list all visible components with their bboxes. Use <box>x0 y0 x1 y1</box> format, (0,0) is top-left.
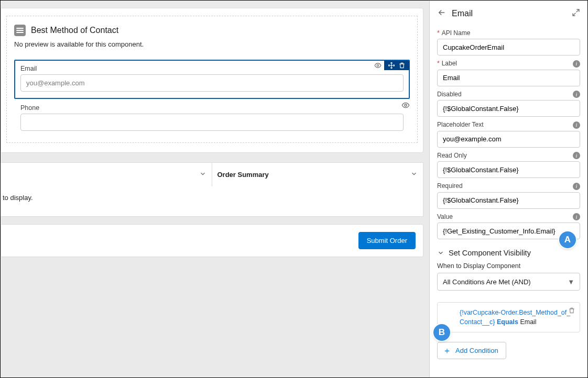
api-name-label: API Name <box>442 29 471 37</box>
delete-condition-icon[interactable] <box>568 307 575 317</box>
contact-section: Best Method of Contact No preview is ava… <box>6 16 418 143</box>
readonly-input[interactable] <box>437 161 580 178</box>
disabled-input[interactable] <box>437 100 580 117</box>
move-icon[interactable] <box>386 62 397 69</box>
summary-row: Order Summary <box>1 162 423 186</box>
placeholder-input[interactable] <box>437 131 580 148</box>
condition-card[interactable]: {!varCupcake-Order.Best_Method_of_Contac… <box>437 302 580 332</box>
canvas-area: Best Method of Contact No preview is ava… <box>1 1 429 377</box>
caret-down-icon: ▼ <box>568 278 574 286</box>
condition-operator: Equals <box>497 318 518 326</box>
screen-card: Best Method of Contact No preview is ava… <box>1 8 423 153</box>
email-label: Email <box>20 65 404 72</box>
value-input[interactable] <box>437 223 580 239</box>
svg-point-2 <box>405 104 407 106</box>
phone-input[interactable] <box>20 114 404 131</box>
list-icon <box>14 25 26 36</box>
info-icon[interactable]: i <box>573 182 580 190</box>
chevron-down-icon <box>199 170 206 179</box>
readonly-label: Read Only <box>437 152 467 159</box>
annotation-b: B <box>433 324 450 341</box>
phone-component[interactable]: Phone <box>14 99 410 131</box>
when-select[interactable]: All Conditions Are Met (AND) ▼ <box>437 273 580 291</box>
condition-value: Email <box>520 318 536 326</box>
no-preview-text: No preview is available for this compone… <box>14 40 410 48</box>
value-label: Value <box>437 213 453 220</box>
api-name-input[interactable] <box>437 39 580 55</box>
properties-panel: Email *API Name *Labeli Disabledi Placeh… <box>429 1 587 377</box>
visibility-eye-icon[interactable] <box>401 101 410 111</box>
info-icon[interactable]: i <box>573 152 580 160</box>
add-condition-label: Add Condition <box>455 347 498 354</box>
email-component[interactable]: Email <box>14 60 410 99</box>
label-field-label: Label <box>442 60 457 67</box>
footer-bar: Submit Order <box>1 224 423 257</box>
info-icon[interactable]: i <box>573 60 580 68</box>
visibility-heading: Set Component Visibility <box>449 249 531 257</box>
expand-icon[interactable] <box>572 8 580 18</box>
info-icon[interactable]: i <box>573 91 580 98</box>
required-label: Required <box>437 182 463 190</box>
svg-point-1 <box>377 64 379 66</box>
visibility-section-header[interactable]: Set Component Visibility <box>437 249 580 257</box>
chevron-down-icon <box>410 170 418 179</box>
panel-title: Email <box>452 9 567 18</box>
visibility-eye-icon[interactable] <box>372 60 384 71</box>
label-input[interactable] <box>437 70 580 86</box>
add-condition-button[interactable]: ＋ Add Condition <box>437 342 506 359</box>
info-icon[interactable]: i <box>573 121 580 129</box>
summary-cell-order[interactable]: Order Summary <box>212 163 423 186</box>
submit-order-button[interactable]: Submit Order <box>358 232 416 249</box>
summary-cell-left[interactable] <box>1 163 212 186</box>
info-icon[interactable]: i <box>573 213 580 221</box>
placeholder-label: Placeholder Text <box>437 121 484 128</box>
delete-icon[interactable] <box>397 62 407 69</box>
to-display-text: to display. <box>1 186 423 217</box>
chevron-down-icon <box>437 249 444 257</box>
disabled-label: Disabled <box>437 91 462 98</box>
when-select-value: All Conditions Are Met (AND) <box>443 278 531 286</box>
section-title: Best Method of Contact <box>31 26 118 35</box>
back-icon[interactable] <box>437 8 447 19</box>
phone-label: Phone <box>20 104 404 112</box>
when-to-display-label: When to Display Component <box>437 262 580 270</box>
order-summary-label: Order Summary <box>217 171 269 179</box>
annotation-a: A <box>559 231 576 248</box>
required-input[interactable] <box>437 192 580 209</box>
email-input[interactable] <box>20 74 404 92</box>
